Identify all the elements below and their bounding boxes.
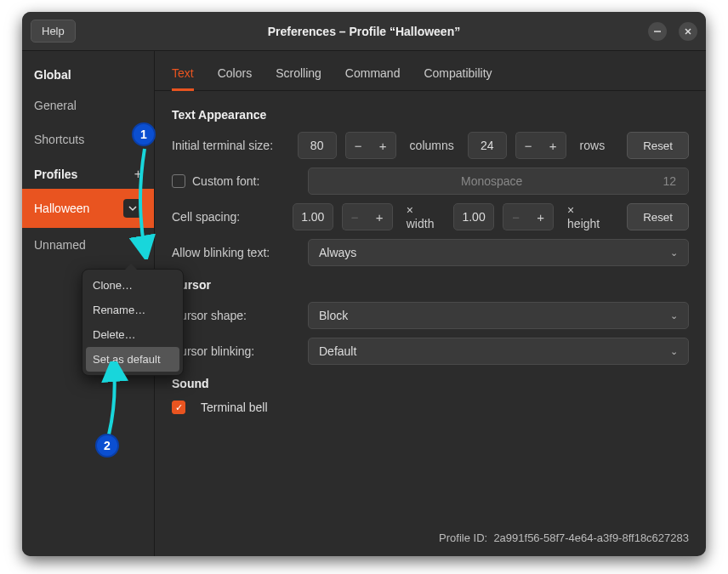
profile-menu-button[interactable] — [123, 199, 142, 218]
font-size: 12 — [663, 174, 676, 188]
tab-text[interactable]: Text — [172, 60, 194, 91]
window-controls — [648, 22, 697, 41]
columns-increment[interactable]: + — [371, 132, 396, 159]
chevron-down-icon: ⌄ — [670, 346, 678, 357]
initial-size-label: Initial terminal size: — [172, 139, 289, 152]
profile-id-label: Profile ID: — [439, 531, 487, 544]
cursor-blinking-select[interactable]: Default ⌄ — [308, 338, 689, 365]
cell-spacing-label: Cell spacing: — [172, 210, 284, 224]
main-panel: Text Colors Scrolling Command Compatibil… — [155, 51, 706, 556]
cell-height-field[interactable]: 1.00 — [453, 203, 494, 230]
columns-unit: columns — [410, 139, 454, 152]
menu-delete[interactable]: Delete… — [82, 322, 183, 347]
chevron-down-icon: ⌄ — [670, 310, 678, 321]
reset-spacing-button[interactable]: Reset — [627, 203, 689, 230]
rows-decrement[interactable]: − — [515, 132, 541, 159]
font-name: Monospace — [321, 174, 663, 188]
columns-decrement[interactable]: − — [345, 132, 371, 159]
annotation-badge-2: 2 — [95, 434, 119, 457]
profile-id-value: 2a991f56-58f7-4e64-a3f9-8ff18c627283 — [493, 531, 689, 544]
rows-increment[interactable]: + — [541, 132, 566, 159]
sidebar-item-unnamed[interactable]: Unnamed — [22, 228, 154, 262]
sidebar-heading-global: Global — [22, 58, 154, 88]
custom-font-label: Custom font: — [172, 174, 299, 188]
custom-font-checkbox[interactable] — [172, 174, 185, 188]
terminal-bell-label: Terminal bell — [201, 401, 268, 414]
add-profile-icon[interactable]: + — [134, 167, 142, 182]
tab-scrolling[interactable]: Scrolling — [276, 60, 321, 90]
cell-width-increment[interactable]: + — [367, 203, 393, 230]
font-picker[interactable]: Monospace 12 — [308, 168, 689, 195]
sidebar-item-general[interactable]: General — [22, 88, 154, 122]
minimize-button[interactable] — [648, 22, 667, 41]
tab-compatibility[interactable]: Compatibility — [424, 60, 492, 90]
content: Text Appearance Initial terminal size: 8… — [155, 91, 706, 523]
cell-height-increment[interactable]: + — [528, 203, 554, 230]
titlebar: Help Preferences – Profile “Halloween” — [22, 12, 706, 51]
blinking-text-select[interactable]: Always ⌄ — [308, 239, 689, 266]
rows-unit: rows — [580, 139, 606, 152]
menu-clone[interactable]: Clone… — [82, 273, 183, 298]
terminal-bell-checkbox[interactable]: ✓ — [172, 401, 185, 414]
sidebar-heading-profiles: Profiles + — [22, 156, 154, 189]
cell-height-decrement[interactable]: − — [503, 203, 528, 230]
blinking-text-label: Allow blinking text: — [172, 246, 299, 259]
columns-field[interactable]: 80 — [298, 132, 337, 159]
tab-command[interactable]: Command — [345, 60, 401, 90]
section-cursor: Cursor — [172, 278, 689, 292]
tabs: Text Colors Scrolling Command Compatibil… — [155, 51, 706, 91]
rows-field[interactable]: 24 — [468, 132, 507, 159]
chevron-down-icon — [128, 204, 137, 213]
help-button[interactable]: Help — [31, 20, 76, 43]
cell-width-decrement[interactable]: − — [342, 203, 367, 230]
cursor-blinking-label: Cursor blinking: — [172, 344, 299, 358]
chevron-down-icon: ⌄ — [670, 247, 678, 259]
menu-rename[interactable]: Rename… — [82, 298, 183, 322]
cell-width-unit: × width — [407, 203, 440, 230]
sidebar-item-halloween[interactable]: Halloween — [22, 189, 154, 228]
reset-size-button[interactable]: Reset — [627, 132, 689, 159]
section-sound: Sound — [172, 377, 689, 390]
cursor-shape-select[interactable]: Block ⌄ — [308, 302, 689, 329]
profiles-label: Profiles — [34, 168, 77, 181]
cell-height-unit: × height — [567, 203, 605, 230]
sidebar-item-label: Halloween — [34, 202, 89, 215]
annotation-badge-1: 1 — [132, 122, 156, 146]
menu-set-default[interactable]: Set as default — [86, 347, 179, 372]
footer: Profile ID: 2a991f56-58f7-4e64-a3f9-8ff1… — [155, 523, 706, 556]
cursor-shape-label: Cursor shape: — [172, 309, 299, 322]
tab-colors[interactable]: Colors — [218, 60, 252, 90]
cell-width-field[interactable]: 1.00 — [293, 203, 333, 230]
profile-context-menu: Clone… Rename… Delete… Set as default — [82, 269, 184, 376]
close-button[interactable] — [679, 22, 697, 41]
window-title: Preferences – Profile “Halloween” — [22, 25, 706, 38]
section-text-appearance: Text Appearance — [172, 108, 689, 122]
